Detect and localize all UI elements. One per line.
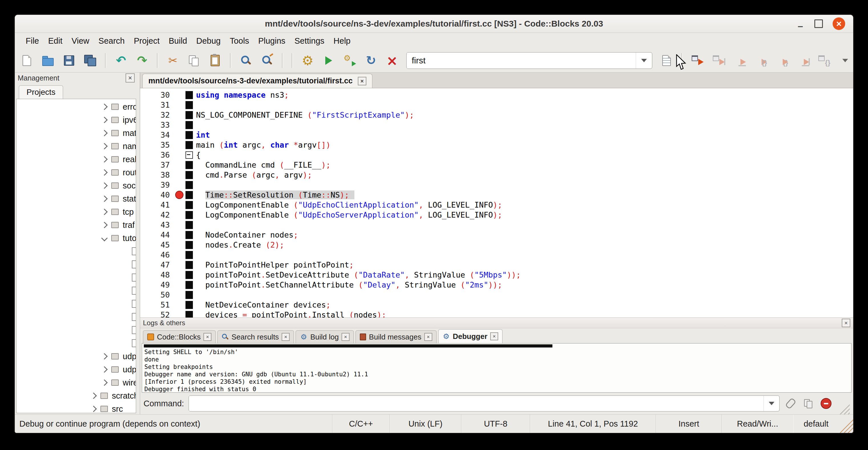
code-line[interactable]: 40 Time::SetResolution (Time::NS);: [140, 190, 853, 200]
run-button[interactable]: [322, 53, 336, 68]
debug-continue-button[interactable]: [690, 53, 704, 68]
chevron-right-icon[interactable]: [101, 380, 108, 386]
tree-item-erro[interactable]: erro: [17, 100, 136, 113]
close-icon[interactable]: ×: [342, 333, 349, 341]
menu-view[interactable]: View: [67, 34, 94, 48]
close-button[interactable]: ×: [833, 18, 845, 30]
redo-button[interactable]: ↷: [135, 53, 149, 68]
save-button[interactable]: [62, 53, 76, 68]
code-line[interactable]: 34int: [140, 130, 853, 140]
chevron-right-icon[interactable]: [101, 130, 108, 137]
code-line[interactable]: 46: [140, 250, 853, 260]
code-line[interactable]: 31: [140, 100, 853, 110]
step-into-instruction-button[interactable]: {}: [817, 53, 831, 68]
combo-dropdown-button[interactable]: [636, 53, 652, 68]
line-number[interactable]: 31: [140, 100, 173, 110]
breakpoint-margin[interactable]: [173, 190, 185, 200]
tree-item-fir[interactable]: fir: [17, 258, 136, 271]
tree-item-nam[interactable]: nam: [17, 140, 136, 153]
breakpoint-margin[interactable]: [173, 180, 185, 190]
chevron-right-icon[interactable]: [101, 353, 108, 360]
line-number[interactable]: 44: [140, 230, 173, 240]
breakpoint-margin[interactable]: [173, 240, 185, 250]
line-number[interactable]: 47: [140, 260, 173, 270]
line-number[interactable]: 40: [140, 190, 173, 200]
chevron-right-icon[interactable]: [90, 406, 97, 412]
line-number[interactable]: 42: [140, 210, 173, 220]
menu-build[interactable]: Build: [164, 34, 192, 48]
breakpoint-margin[interactable]: [173, 210, 185, 220]
tab-projects[interactable]: Projects: [19, 85, 63, 99]
line-number[interactable]: 35: [140, 140, 173, 150]
menu-project[interactable]: Project: [129, 34, 164, 48]
chevron-right-icon[interactable]: [101, 156, 108, 163]
breakpoint-margin[interactable]: [173, 310, 185, 318]
menu-settings[interactable]: Settings: [290, 34, 329, 48]
minimize-button[interactable]: –: [796, 19, 805, 29]
code-line[interactable]: 49 pointToPoint.SetChannelAttribute ("De…: [140, 280, 853, 290]
code-line[interactable]: 50: [140, 290, 853, 300]
line-number[interactable]: 32: [140, 110, 173, 120]
log-tab-debugger[interactable]: ⚙Debugger×: [438, 329, 502, 343]
breakpoint-margin[interactable]: [173, 120, 185, 130]
chevron-right-icon[interactable]: [101, 169, 108, 176]
line-number[interactable]: 33: [140, 120, 173, 130]
panel-resize-grip[interactable]: [837, 402, 850, 414]
panel-splitter[interactable]: [137, 72, 140, 414]
code-editor[interactable]: 30using namespace ns3;3132NS_LOG_COMPONE…: [140, 88, 853, 318]
open-file-button[interactable]: [41, 53, 55, 68]
window-resize-grip[interactable]: [839, 419, 853, 433]
breakpoint-margin[interactable]: [173, 140, 185, 150]
tree-item-se[interactable]: se: [17, 297, 136, 310]
code-line[interactable]: 44 NodeContainer nodes;: [140, 230, 853, 240]
line-number[interactable]: 51: [140, 300, 173, 310]
project-tree[interactable]: erroipv6matnamrealroutsockstattcptraftut…: [16, 99, 136, 413]
code-line[interactable]: 47 PointToPointHelper pointToPoint;: [140, 260, 853, 270]
close-icon[interactable]: ×: [424, 333, 432, 341]
breakpoint-margin[interactable]: [173, 200, 185, 210]
breakpoint-margin[interactable]: [173, 150, 185, 160]
code-line[interactable]: 36{: [140, 150, 853, 160]
line-number[interactable]: 39: [140, 180, 173, 190]
tree-item-tuto[interactable]: tuto: [17, 232, 136, 245]
chevron-right-icon[interactable]: [101, 209, 108, 215]
code-line[interactable]: 51 NetDeviceContainer devices;: [140, 300, 853, 310]
code-line[interactable]: 42 LogComponentEnable ("UdpEchoServerApp…: [140, 210, 853, 220]
tree-item-src[interactable]: src: [17, 402, 136, 413]
tree-item-rout[interactable]: rout: [17, 166, 136, 179]
menu-search[interactable]: Search: [94, 34, 129, 48]
close-icon[interactable]: ×: [358, 77, 366, 85]
toolbar-overflow-button[interactable]: [838, 53, 852, 68]
code-line[interactable]: 45 nodes.Create (2);: [140, 240, 853, 250]
tree-item-he[interactable]: he: [17, 284, 136, 297]
close-icon[interactable]: ×: [204, 333, 211, 341]
chevron-right-icon[interactable]: [90, 393, 97, 399]
copy-log-button[interactable]: [802, 397, 815, 410]
attach-log-button[interactable]: [784, 397, 797, 410]
tree-item-sock[interactable]: sock: [17, 179, 136, 192]
chevron-down-icon[interactable]: [101, 235, 108, 242]
breakpoint-margin[interactable]: [173, 290, 185, 300]
tree-item-si[interactable]: si: [17, 324, 136, 337]
log-tab-build-log[interactable]: ⚙Build log×: [296, 330, 354, 343]
breakpoint-margin[interactable]: [173, 280, 185, 290]
tree-item-traf[interactable]: traf: [17, 218, 136, 232]
line-number[interactable]: 30: [140, 90, 173, 100]
menu-plugins[interactable]: Plugins: [254, 34, 290, 48]
code-line[interactable]: 35main (int argc, char *argv[]): [140, 140, 853, 150]
breakpoint-margin[interactable]: [173, 260, 185, 270]
abort-build-button[interactable]: ×: [385, 53, 399, 68]
chevron-right-icon[interactable]: [101, 196, 108, 202]
run-to-cursor-button[interactable]: [712, 53, 725, 68]
breakpoint-margin[interactable]: [173, 110, 185, 120]
menu-debug[interactable]: Debug: [192, 34, 225, 48]
code-line[interactable]: 52 devices = pointToPoint.Install (nodes…: [140, 310, 853, 318]
line-number[interactable]: 50: [140, 290, 173, 300]
debugger-output[interactable]: Setting SHELL to '/bin/sh'doneSetting br…: [142, 343, 851, 393]
copy-button[interactable]: [187, 53, 201, 68]
chevron-right-icon[interactable]: [101, 222, 108, 229]
menu-edit[interactable]: Edit: [44, 34, 67, 48]
close-icon[interactable]: ×: [842, 319, 850, 327]
line-number[interactable]: 52: [140, 310, 173, 318]
code-line[interactable]: 33: [140, 120, 853, 130]
